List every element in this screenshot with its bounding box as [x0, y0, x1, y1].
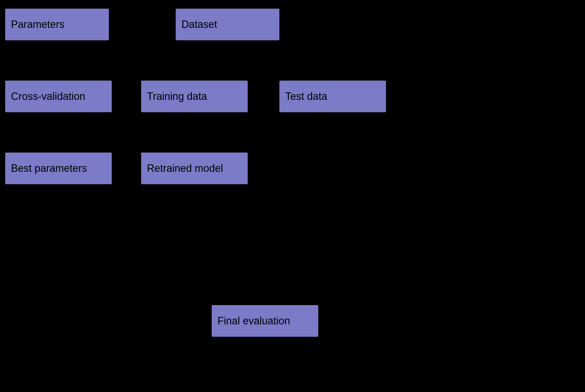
- training-data-label: Training data: [147, 90, 207, 102]
- final-evaluation-label: Final evaluation: [217, 315, 290, 327]
- training-data-node: Training data: [141, 81, 248, 112]
- dataset-node: Dataset: [176, 9, 279, 40]
- final-evaluation-node: Final evaluation: [212, 305, 318, 337]
- test-data-label: Test data: [285, 90, 327, 102]
- parameters-node: Parameters: [5, 9, 109, 40]
- cross-validation-label: Cross-validation: [11, 90, 85, 102]
- test-data-node: Test data: [279, 81, 386, 112]
- cross-validation-node: Cross-validation: [5, 81, 112, 112]
- retrained-model-label: Retrained model: [147, 162, 223, 174]
- dataset-label: Dataset: [181, 18, 217, 31]
- best-parameters-node: Best parameters: [5, 153, 112, 184]
- parameters-label: Parameters: [11, 18, 65, 31]
- best-parameters-label: Best parameters: [11, 162, 87, 174]
- retrained-model-node: Retrained model: [141, 153, 248, 184]
